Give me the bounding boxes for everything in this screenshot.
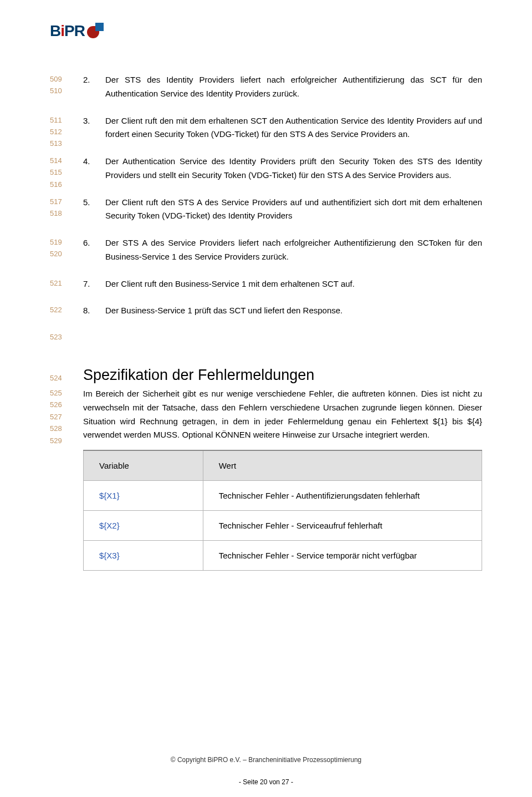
table-row: ${X2} Technischer Fehler - Serviceaufruf… — [84, 511, 482, 541]
item-text: Der STS des Identity Providers liefert n… — [105, 75, 482, 98]
heading-wrap: 524 Spezifikation der Fehlermeldungen — [83, 367, 482, 384]
line-numbers: 522 — [50, 304, 62, 316]
th-variable: Variable — [84, 450, 203, 481]
item-text: Der Client ruft den STS A des Service Pr… — [105, 197, 482, 221]
blank-line: 523 — [83, 331, 482, 344]
logo-pr: PR — [64, 22, 85, 39]
line-numbers: 509510 — [50, 73, 62, 97]
cell-variable: ${X1} — [84, 481, 203, 511]
logo-text: BiPR — [50, 22, 85, 40]
logo-icon — [87, 23, 104, 39]
table-row: ${X1} Technischer Fehler - Authentifizie… — [84, 481, 482, 511]
item-text: Der Authentication Service des Identity … — [105, 156, 482, 180]
item-number: 5. — [83, 196, 90, 210]
list-item: 509510 2. Der STS des Identity Providers… — [105, 73, 482, 101]
table-row: ${X3} Technischer Fehler - Service tempo… — [84, 541, 482, 571]
ordered-list: 509510 2. Der STS des Identity Providers… — [83, 73, 482, 318]
item-text: Der Business-Service 1 prüft das SCT und… — [105, 306, 342, 315]
item-number: 8. — [83, 304, 90, 318]
item-number: 4. — [83, 155, 90, 169]
list-item: 517518 5. Der Client ruft den STS A des … — [105, 196, 482, 224]
list-item: 522 8. Der Business-Service 1 prüft das … — [105, 304, 482, 318]
logo-i: i — [60, 22, 64, 39]
item-number: 6. — [83, 236, 90, 250]
item-number: 2. — [83, 73, 90, 87]
item-text: Der STS A des Service Providers liefert … — [105, 238, 482, 261]
page-number: - Seite 20 von 27 - — [0, 778, 532, 786]
line-numbers: 519520 — [50, 236, 62, 260]
line-number: 524 — [50, 372, 62, 384]
content-area: 509510 2. Der STS des Identity Providers… — [83, 73, 482, 571]
list-item: 519520 6. Der STS A des Service Provider… — [105, 236, 482, 264]
line-numbers: 517518 — [50, 196, 62, 220]
line-numbers: 525 526 527 528 529 — [50, 387, 62, 446]
cell-variable: ${X2} — [84, 511, 203, 541]
item-text: Der Client ruft den mit dem erhaltenen S… — [105, 116, 482, 139]
cell-variable: ${X3} — [84, 541, 203, 571]
cell-wert: Technischer Fehler - Serviceaufruf fehle… — [203, 511, 482, 541]
line-numbers: 514515516 — [50, 155, 62, 190]
paragraph-wrap: 525 526 527 528 529 Im Bereich der Siche… — [83, 387, 482, 442]
cell-wert: Technischer Fehler - Service temporär ni… — [203, 541, 482, 571]
th-wert: Wert — [203, 450, 482, 481]
list-item: 514515516 4. Der Authentication Service … — [105, 155, 482, 182]
line-numbers: 511512513 — [50, 114, 62, 150]
cell-wert: Technischer Fehler - Authentifizierungsd… — [203, 481, 482, 511]
list-item: 521 7. Der Client ruft den Business-Serv… — [105, 277, 482, 291]
paragraph-text: Im Bereich der Sicherheit gibt es nur we… — [83, 387, 482, 442]
line-number: 523 — [50, 331, 62, 343]
footer-copyright: © Copyright BiPRO e.V. – Brancheninitiat… — [0, 756, 532, 764]
line-numbers: 521 — [50, 277, 62, 289]
section-heading: Spezifikation der Fehlermeldungen — [83, 367, 482, 384]
logo: BiPR — [50, 22, 482, 40]
item-number: 7. — [83, 277, 90, 291]
variables-table: Variable Wert ${X1} Technischer Fehler -… — [83, 450, 482, 571]
logo-b: B — [50, 22, 60, 39]
item-text: Der Client ruft den Business-Service 1 m… — [105, 279, 355, 288]
list-item: 511512513 3. Der Client ruft den mit dem… — [105, 114, 482, 142]
item-number: 3. — [83, 114, 90, 128]
